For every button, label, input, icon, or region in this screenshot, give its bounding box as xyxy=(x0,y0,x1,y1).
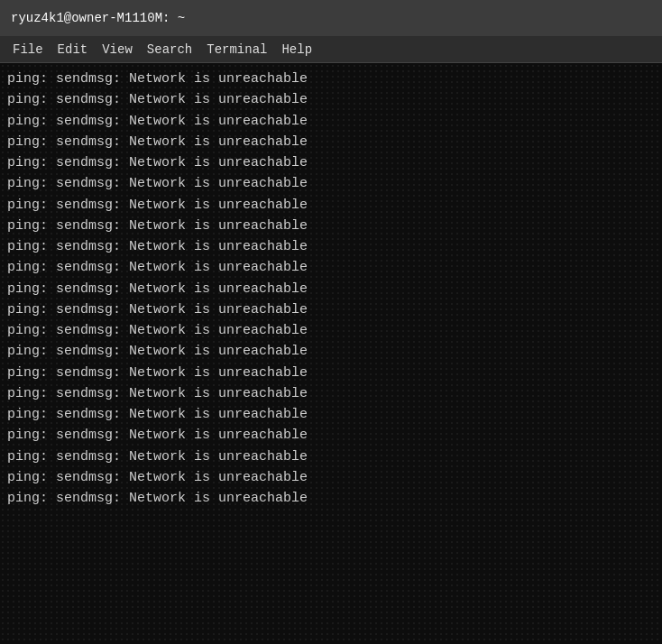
terminal-line: ping: sendmsg: Network is unreachable xyxy=(7,446,655,467)
terminal-line: ping: sendmsg: Network is unreachable xyxy=(7,467,655,488)
terminal-line: ping: sendmsg: Network is unreachable xyxy=(7,111,655,132)
terminal-line: ping: sendmsg: Network is unreachable xyxy=(7,89,655,110)
terminal-line: ping: sendmsg: Network is unreachable xyxy=(7,195,655,216)
menu-item-search[interactable]: Search xyxy=(140,39,199,60)
terminal-line: ping: sendmsg: Network is unreachable xyxy=(7,236,655,257)
terminal-line: ping: sendmsg: Network is unreachable xyxy=(7,299,655,320)
terminal-line: ping: sendmsg: Network is unreachable xyxy=(7,69,655,89)
title-bar-text: ryuz4k1@owner-M1110M: ~ xyxy=(11,11,185,25)
terminal-line: ping: sendmsg: Network is unreachable xyxy=(7,363,655,383)
title-bar: ryuz4k1@owner-M1110M: ~ xyxy=(0,0,662,36)
terminal-line: ping: sendmsg: Network is unreachable xyxy=(7,132,655,152)
terminal-line: ping: sendmsg: Network is unreachable xyxy=(7,341,655,362)
terminal-line: ping: sendmsg: Network is unreachable xyxy=(7,152,655,173)
menu-item-view[interactable]: View xyxy=(95,39,140,60)
menu-item-terminal[interactable]: Terminal xyxy=(199,39,274,60)
terminal-line: ping: sendmsg: Network is unreachable xyxy=(7,279,655,299)
menu-item-help[interactable]: Help xyxy=(274,39,319,60)
menu-item-edit[interactable]: Edit xyxy=(51,39,96,60)
menu-bar: FileEditViewSearchTerminalHelp xyxy=(0,36,662,63)
terminal-line: ping: sendmsg: Network is unreachable xyxy=(7,216,655,236)
terminal-line: ping: sendmsg: Network is unreachable xyxy=(7,425,655,446)
terminal-line: ping: sendmsg: Network is unreachable xyxy=(7,320,655,341)
terminal-body[interactable]: ping: sendmsg: Network is unreachablepin… xyxy=(0,63,662,644)
terminal-line: ping: sendmsg: Network is unreachable xyxy=(7,257,655,278)
terminal-line: ping: sendmsg: Network is unreachable xyxy=(7,173,655,194)
terminal-line: ping: sendmsg: Network is unreachable xyxy=(7,488,655,509)
menu-item-file[interactable]: File xyxy=(5,39,51,60)
terminal-line: ping: sendmsg: Network is unreachable xyxy=(7,383,655,404)
terminal-line: ping: sendmsg: Network is unreachable xyxy=(7,404,655,425)
